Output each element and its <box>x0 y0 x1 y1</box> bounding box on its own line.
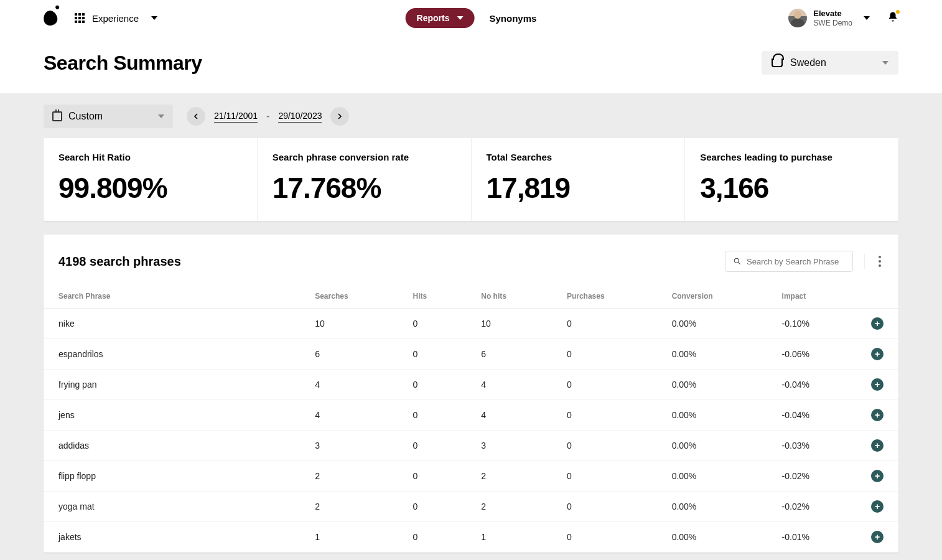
cell-purchases: 0 <box>552 400 657 431</box>
experience-switcher[interactable]: Experience <box>75 13 157 24</box>
cell-phrase: espandrilos <box>44 339 300 370</box>
date-separator: - <box>266 111 269 122</box>
cell-nohits: 4 <box>466 370 552 400</box>
add-synonym-button[interactable]: + <box>871 500 884 513</box>
stat-value: 17.768% <box>273 171 456 205</box>
cell-searches: 2 <box>300 492 398 522</box>
cell-conversion: 0.00% <box>657 461 767 492</box>
cell-hits: 0 <box>398 400 467 431</box>
cell-impact: -0.06% <box>767 339 856 370</box>
cell-searches: 6 <box>300 339 398 370</box>
cell-conversion: 0.00% <box>657 339 767 370</box>
cell-conversion: 0.00% <box>657 522 767 553</box>
user-org: SWE Demo <box>813 19 852 27</box>
cell-purchases: 0 <box>552 309 657 339</box>
cell-nohits: 1 <box>466 522 552 553</box>
bell-icon <box>887 11 898 22</box>
table-row[interactable]: flipp flopp 2 0 2 0 0.00% -0.02% + <box>44 461 898 492</box>
add-synonym-button[interactable]: + <box>871 378 884 391</box>
cell-searches: 3 <box>300 431 398 461</box>
search-icon <box>733 256 742 266</box>
cell-impact: -0.01% <box>767 522 856 553</box>
column-header[interactable]: Purchases <box>552 284 657 309</box>
chevron-right-icon <box>337 113 343 119</box>
stat-label: Total Searches <box>487 152 670 162</box>
stat-label: Search Hit Ratio <box>58 152 242 162</box>
date-range-preset[interactable]: Custom <box>44 105 173 128</box>
cell-hits: 0 <box>398 370 467 400</box>
chevron-down-icon <box>151 16 157 20</box>
stat-value: 3,166 <box>700 171 884 205</box>
chevron-down-icon <box>158 114 164 118</box>
table-row[interactable]: yoga mat 2 0 2 0 0.00% -0.02% + <box>44 492 898 522</box>
table-row[interactable]: jens 4 0 4 0 0.00% -0.04% + <box>44 400 898 431</box>
cell-impact: -0.02% <box>767 492 856 522</box>
date-from[interactable]: 21/11/2001 <box>214 111 258 123</box>
cell-purchases: 0 <box>552 492 657 522</box>
table-row[interactable]: jakets 1 0 1 0 0.00% -0.01% + <box>44 522 898 553</box>
cell-phrase: flipp flopp <box>44 461 300 492</box>
column-header[interactable]: Hits <box>398 284 467 309</box>
add-synonym-button[interactable]: + <box>871 531 884 543</box>
add-synonym-button[interactable]: + <box>871 317 884 330</box>
cell-nohits: 2 <box>466 461 552 492</box>
cell-hits: 0 <box>398 522 467 553</box>
chevron-down-icon <box>882 61 888 65</box>
table-row[interactable]: addidas 3 0 3 0 0.00% -0.03% + <box>44 431 898 461</box>
cell-purchases: 0 <box>552 431 657 461</box>
svg-point-0 <box>734 258 739 263</box>
date-prev-button[interactable] <box>187 107 205 126</box>
table-row[interactable]: nike 10 0 10 0 0.00% -0.10% + <box>44 309 898 339</box>
column-header[interactable]: Impact <box>767 284 856 309</box>
cell-conversion: 0.00% <box>657 431 767 461</box>
stat-label: Search phrase conversion rate <box>273 152 456 162</box>
stat-card: Search phrase conversion rate17.768% <box>258 138 472 221</box>
add-synonym-button[interactable]: + <box>871 470 884 482</box>
table-search-input[interactable] <box>747 257 845 266</box>
nav-synonyms[interactable]: Synonyms <box>490 13 537 24</box>
add-synonym-button[interactable]: + <box>871 409 884 421</box>
column-header[interactable]: Search Phrase <box>44 284 300 309</box>
calendar-icon <box>52 111 62 121</box>
cell-searches: 2 <box>300 461 398 492</box>
avatar <box>788 9 807 27</box>
cell-phrase: frying pan <box>44 370 300 400</box>
market-selector[interactable]: Sweden <box>762 51 898 75</box>
column-header[interactable]: No hits <box>466 284 552 309</box>
cell-impact: -0.04% <box>767 400 856 431</box>
stat-card: Searches leading to purchase3,166 <box>685 138 898 221</box>
date-next-button[interactable] <box>330 107 349 126</box>
cell-hits: 0 <box>398 309 467 339</box>
chevron-left-icon <box>193 113 199 119</box>
table-options-button[interactable] <box>876 253 884 269</box>
cell-phrase: yoga mat <box>44 492 300 522</box>
table-row[interactable]: frying pan 4 0 4 0 0.00% -0.04% + <box>44 370 898 400</box>
cell-phrase: jens <box>44 400 300 431</box>
column-header[interactable] <box>856 284 898 309</box>
cell-impact: -0.02% <box>767 461 856 492</box>
add-synonym-button[interactable]: + <box>871 348 884 360</box>
user-menu[interactable]: Elevate SWE Demo <box>788 9 870 27</box>
cell-phrase: jakets <box>44 522 300 553</box>
column-header[interactable]: Searches <box>300 284 398 309</box>
experience-label: Experience <box>92 13 139 24</box>
user-name: Elevate <box>813 9 852 19</box>
cell-impact: -0.03% <box>767 431 856 461</box>
logo[interactable] <box>42 9 58 26</box>
cell-searches: 10 <box>300 309 398 339</box>
notifications-button[interactable] <box>887 11 898 25</box>
add-synonym-button[interactable]: + <box>871 439 884 452</box>
range-preset-label: Custom <box>68 111 103 122</box>
column-header[interactable]: Conversion <box>657 284 767 309</box>
basket-icon <box>772 58 783 67</box>
cell-conversion: 0.00% <box>657 492 767 522</box>
table-search[interactable] <box>725 251 853 272</box>
reports-dropdown[interactable]: Reports <box>406 8 475 28</box>
table-title: 4198 search phrases <box>58 254 181 269</box>
table-row[interactable]: espandrilos 6 0 6 0 0.00% -0.06% + <box>44 339 898 370</box>
divider <box>864 254 865 269</box>
cell-conversion: 0.00% <box>657 370 767 400</box>
date-to[interactable]: 29/10/2023 <box>278 111 322 123</box>
stat-label: Searches leading to purchase <box>700 152 884 162</box>
apps-icon <box>75 13 85 23</box>
